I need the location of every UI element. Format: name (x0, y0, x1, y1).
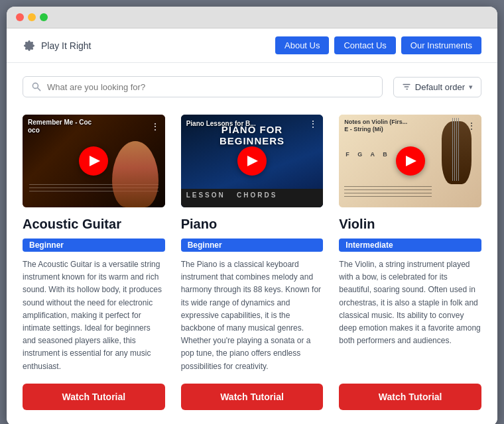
card-description-guitar: The Acoustic Guitar is a versatile strin… (23, 258, 165, 373)
about-us-button[interactable]: About Us (275, 36, 329, 54)
video-title-guitar-2: oco (28, 127, 92, 134)
window-minimize-dot[interactable] (28, 13, 36, 21)
window-close-dot[interactable] (16, 13, 24, 21)
card-guitar: Remember Me - Coc oco ⋮ Acoustic Guitar … (23, 115, 165, 410)
sort-select[interactable]: Default order ▾ (393, 77, 481, 97)
card-description-violin: The Violin, a string instrument played w… (339, 258, 481, 373)
window-maximize-dot[interactable] (40, 13, 48, 21)
card-description-piano: The Piano is a classical keyboard instru… (181, 258, 324, 373)
watch-tutorial-violin-button[interactable]: Watch Tutorial (339, 384, 481, 410)
card-video-guitar[interactable]: Remember Me - Coc oco ⋮ (23, 115, 165, 207)
card-violin: Notes on Violin (Firs... E - String (Mi)… (339, 115, 481, 410)
video-channel-info-violin: Notes on Violin (Firs... E - String (Mi) (344, 119, 407, 133)
youtube-play-button[interactable] (79, 146, 108, 176)
youtube-play-button-violin[interactable] (396, 146, 425, 176)
cards-grid: Remember Me - Coc oco ⋮ Acoustic Guitar … (7, 104, 497, 424)
video-overlay-info: Remember Me - Coc oco ⋮ (23, 115, 165, 138)
piano-keys-bar: LESSON CHORDS (181, 189, 324, 207)
chevron-down-icon: ▾ (469, 83, 473, 91)
app-window: Play It Right About Us Contact Us Our In… (7, 7, 497, 424)
brand-icon (23, 39, 36, 52)
card-title-violin: Violin (339, 217, 481, 232)
violin-staff (344, 186, 432, 199)
badge-piano: Beginner (181, 238, 324, 252)
video-more-options-violin[interactable]: ⋮ (467, 121, 476, 131)
navbar-buttons: About Us Contact Us Our Instruments (275, 36, 481, 54)
video-title-violin: Notes on Violin (Firs... (344, 119, 407, 126)
title-bar (7, 7, 497, 28)
video-title-violin-2: E - String (Mi) (344, 126, 407, 133)
card-video-violin[interactable]: Notes on Violin (Firs... E - String (Mi)… (339, 115, 481, 207)
badge-violin: Intermediate (339, 238, 481, 252)
search-input[interactable] (47, 82, 374, 92)
card-title-piano: Piano (181, 217, 324, 232)
video-title-guitar: Remember Me - Coc (28, 119, 92, 127)
piano-main-heading: PIANO FORBEGINNERS (181, 124, 324, 146)
piano-bottom-text: LESSON CHORDS (181, 189, 283, 207)
card-video-piano[interactable]: Piano Lessons for B... ⋮ PIANO FORBEGINN… (181, 115, 324, 207)
youtube-play-button-piano[interactable] (237, 146, 267, 176)
brand-name: Play It Right (41, 40, 91, 51)
video-overlay-info-violin: Notes on Violin (Firs... E - String (Mi)… (339, 115, 481, 137)
search-bar-wrapper: Default order ▾ (7, 63, 497, 104)
card-piano: Piano Lessons for B... ⋮ PIANO FORBEGINN… (181, 115, 324, 410)
sort-label: Default order (415, 82, 465, 92)
card-title-guitar: Acoustic Guitar (23, 217, 165, 232)
brand: Play It Right (23, 39, 91, 52)
piano-text-overlay: PIANO FORBEGINNERS (181, 124, 324, 146)
watch-tutorial-guitar-button[interactable]: Watch Tutorial (23, 384, 165, 410)
contact-us-button[interactable]: Contact Us (334, 36, 395, 54)
note-labels: F G A B (346, 151, 390, 158)
search-icon (31, 81, 42, 92)
search-input-wrap[interactable] (23, 76, 383, 97)
our-instruments-button[interactable]: Our Instruments (401, 36, 481, 54)
badge-guitar: Beginner (23, 238, 165, 252)
navbar: Play It Right About Us Contact Us Our In… (7, 28, 497, 63)
video-more-options[interactable]: ⋮ (151, 121, 160, 132)
window-content: Play It Right About Us Contact Us Our In… (7, 28, 497, 424)
watch-tutorial-piano-button[interactable]: Watch Tutorial (181, 384, 324, 410)
sort-icon (402, 82, 411, 91)
video-channel-info: Remember Me - Coc oco (28, 119, 92, 134)
